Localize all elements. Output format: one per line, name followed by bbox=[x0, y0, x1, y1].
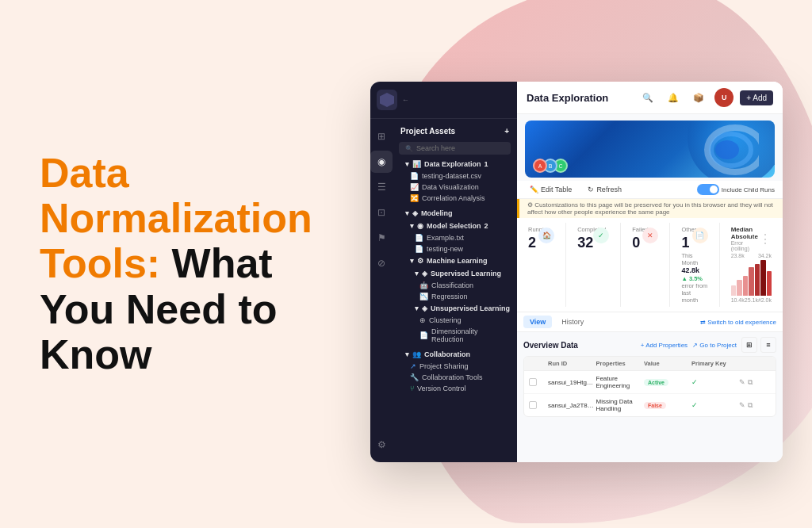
app-logo bbox=[377, 90, 397, 110]
legend-item-2: 25.1k bbox=[745, 297, 758, 303]
legend-item-3: #2.0k bbox=[758, 297, 772, 303]
subsection-model-selection[interactable]: ▾ ◉ Model Selection 2 bbox=[393, 220, 517, 232]
include-child-runs-toggle[interactable]: Include Child Runs bbox=[697, 184, 775, 195]
chevron-icon: ▾ bbox=[415, 304, 419, 312]
sidebar-item-data-visualization[interactable]: 📈 Data Visualization bbox=[393, 182, 517, 193]
sidebar-item-regression[interactable]: 📉 Regression bbox=[393, 291, 517, 302]
edit-table-button[interactable]: ✏️ Edit Table bbox=[525, 184, 576, 195]
search-icon[interactable]: 🔍 bbox=[638, 88, 657, 107]
subsection-supervised-learning[interactable]: ▾ ◈ Supervised Learning bbox=[393, 267, 517, 280]
badge: 2 bbox=[485, 222, 488, 230]
chart-bar-4 bbox=[749, 267, 753, 296]
section-label: Data Exploration bbox=[424, 160, 481, 168]
subsection-unsupervised-learning[interactable]: ▾ ◈ Unsupervised Learning bbox=[393, 302, 517, 315]
status-false-badge: False bbox=[644, 402, 666, 409]
switch-old-experience-link[interactable]: ⇄ Switch to old experience bbox=[700, 319, 776, 326]
app-window: ← ⊞ ◉ ☰ ⊡ ⚑ ⊘ ⚙ Project Assets bbox=[370, 82, 783, 462]
section-label: Modeling bbox=[421, 209, 453, 217]
item-label: Collaboration Tools bbox=[422, 373, 482, 381]
legend-item-1: 10.4k bbox=[731, 297, 745, 303]
table-row: sansui_19Htgatho... Feature Engineering … bbox=[524, 371, 776, 394]
sidebar-item-collaboration-tools[interactable]: 🔧 Collaboration Tools bbox=[393, 372, 517, 383]
search-input[interactable] bbox=[416, 144, 504, 152]
chart-bar-label-1: 23.8k bbox=[731, 253, 745, 258]
avatar-row: A B C bbox=[533, 159, 568, 173]
chart-legend: 10.4k 25.1k #2.0k bbox=[731, 297, 772, 303]
item-label: testing-dataset.csv bbox=[422, 172, 481, 180]
sidebar-search[interactable]: 🔍 bbox=[399, 142, 511, 155]
refresh-button[interactable]: ↻ Refresh bbox=[583, 184, 626, 195]
col-actions bbox=[739, 360, 771, 367]
github-icon: ⊕ bbox=[419, 316, 426, 324]
stat-divider-1 bbox=[565, 223, 566, 307]
copy-icon-2[interactable]: ⧉ bbox=[748, 401, 753, 410]
file-icon: 📄 bbox=[415, 245, 423, 253]
edit-icon-1[interactable]: ✎ bbox=[739, 378, 745, 387]
ai-icon: 🤖 bbox=[419, 281, 428, 289]
stat-failed: Failed 0 ✕ bbox=[627, 223, 663, 307]
subsection-machine-learning[interactable]: ▾ ⚙ Machine Learning bbox=[393, 254, 517, 267]
info-text: Customizations to this page will be pres… bbox=[527, 201, 773, 216]
item-label: Example.txt bbox=[427, 234, 464, 242]
chart-bar-7 bbox=[767, 271, 772, 297]
add-asset-button[interactable]: + bbox=[504, 127, 509, 136]
sidebar-item-classification[interactable]: 🤖 Classification bbox=[393, 280, 517, 291]
add-button[interactable]: + Add bbox=[740, 90, 773, 105]
nav-icon-chat[interactable]: ☰ bbox=[370, 176, 393, 198]
section-collaboration[interactable]: ▾ 👥 Collaboration bbox=[393, 348, 517, 361]
col-value: Value bbox=[644, 360, 691, 367]
nav-icon-settings[interactable]: ⚙ bbox=[370, 434, 393, 456]
edit-icon-2[interactable]: ✎ bbox=[739, 401, 745, 410]
sidebar-item-correlation-analysis[interactable]: 🔀 Correlation Analysis bbox=[393, 193, 517, 204]
nav-icon-grid[interactable]: ⊡ bbox=[370, 201, 393, 224]
copy-icon-1[interactable]: ⧉ bbox=[748, 378, 753, 387]
nav-icon-bookmark[interactable]: ⊘ bbox=[370, 252, 393, 274]
heading-line-3b: What bbox=[172, 240, 273, 286]
icon: ◈ bbox=[422, 304, 427, 312]
go-to-project-button[interactable]: ↗ Go to Project bbox=[692, 342, 737, 349]
section-icon: 📊 bbox=[412, 160, 421, 168]
section-modeling[interactable]: ▾ ◈ Modeling bbox=[393, 207, 517, 220]
nav-icon-dashboard[interactable]: ⊞ bbox=[370, 125, 393, 147]
sidebar-item-testing-new[interactable]: 📄 testing-new bbox=[393, 243, 517, 254]
svg-point-2 bbox=[715, 140, 739, 159]
tab-history[interactable]: History bbox=[555, 316, 590, 328]
sidebar-item-testing-dataset[interactable]: 📄 testing-dataset.csv bbox=[393, 170, 517, 182]
failed-icon: ✕ bbox=[642, 228, 658, 243]
box-icon[interactable]: 📦 bbox=[689, 88, 708, 107]
tree-section-modeling: ▾ ◈ Modeling ▾ ◉ Model Selection 2 📄 bbox=[393, 207, 517, 345]
add-properties-button[interactable]: + Add Properties bbox=[641, 342, 688, 349]
sidebar-item-example-txt[interactable]: 📄 Example.txt bbox=[393, 232, 517, 243]
user-avatar[interactable]: U bbox=[714, 88, 733, 107]
sidebar-item-dimensionality-reduction[interactable]: 📄 Dimensionality Reduction bbox=[393, 326, 517, 345]
overview-actions: + Add Properties ↗ Go to Project ⊞ ≡ bbox=[641, 337, 776, 353]
row-actions-2: ✎ ⧉ bbox=[739, 401, 771, 410]
chevron-icon: ▾ bbox=[410, 222, 414, 230]
overview-header: Overview Data + Add Properties ↗ Go to P… bbox=[523, 337, 776, 353]
table-view-icon[interactable]: ⊞ bbox=[741, 337, 757, 353]
stat-running: Running 2 🏠 bbox=[523, 223, 559, 307]
main-content: Data Exploration 🔍 🔔 📦 U + Add bbox=[517, 82, 783, 462]
row-checkbox-1[interactable] bbox=[529, 378, 537, 386]
item-label: Version Control bbox=[417, 385, 466, 392]
graph-icon: 🔀 bbox=[410, 194, 419, 202]
sidebar-item-version-control[interactable]: ⑂ Version Control bbox=[393, 383, 517, 394]
back-arrow-icon[interactable]: ← bbox=[402, 96, 409, 104]
sidebar-item-clustering[interactable]: ⊕ Clustering bbox=[393, 315, 517, 326]
row-checkbox-2[interactable] bbox=[529, 401, 537, 409]
nav-icon-folder[interactable]: ⚑ bbox=[370, 227, 393, 249]
item-label: Project Sharing bbox=[419, 362, 469, 370]
main-heading: Data Normalization Tools: What You Need … bbox=[40, 151, 293, 377]
sidebar-item-project-sharing[interactable]: ↗ Project Sharing bbox=[393, 361, 517, 372]
nav-icon-explore[interactable]: ◉ bbox=[370, 151, 393, 173]
list-view-icon[interactable]: ≡ bbox=[760, 337, 776, 353]
tab-view[interactable]: View bbox=[523, 316, 552, 328]
heading-line-5: Know bbox=[40, 331, 152, 377]
section-data-exploration[interactable]: ▾ 📊 Data Exploration 1 bbox=[393, 158, 517, 170]
section-badge: 1 bbox=[485, 160, 488, 168]
sidebar-nav-icons: ⊞ ◉ ☰ ⊡ ⚑ ⊘ ⚙ bbox=[370, 119, 393, 462]
tree-section-data-exploration: ▾ 📊 Data Exploration 1 📄 testing-dataset… bbox=[393, 158, 517, 204]
bell-icon[interactable]: 🔔 bbox=[664, 88, 683, 107]
chart-title: Median Absolute bbox=[731, 226, 759, 240]
chart-menu-icon[interactable]: ⋮ bbox=[759, 231, 772, 247]
